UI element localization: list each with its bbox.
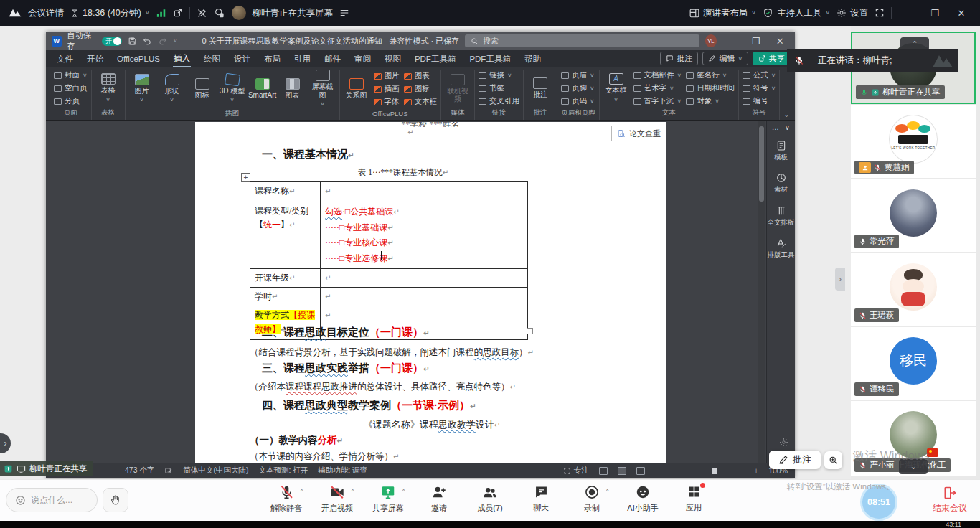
screenshot-button[interactable]: 屏幕截图∨ [310,70,336,108]
assets-button[interactable]: 素材 [774,172,788,193]
pictures-button[interactable]: 图片∨ [129,74,155,104]
scrollbar-thumb[interactable] [759,126,764,202]
page-number-button[interactable]: 页码∨ [561,96,595,106]
relation-diagram-button[interactable]: 关系图 [344,78,369,100]
participant-tile[interactable]: LET'S WORK TOGETHER 黄慧娟 [851,105,976,178]
popout-icon[interactable] [173,8,183,18]
host-tools-button[interactable]: 主持人工具 ∨ [763,7,830,19]
record-button[interactable]: 录制 ⌃ [572,484,612,514]
symbol-button[interactable]: 符号∨ [743,83,776,93]
participant-tile[interactable]: 王珺萩 [851,253,976,326]
tab-layout[interactable]: 布局 [263,52,281,67]
chevron-up-icon[interactable]: ⌃ [350,489,355,495]
link-button[interactable]: 链接∨ [479,70,519,80]
bookmark-button[interactable]: 书签 [479,83,519,93]
sidebar-expand-tab[interactable]: › [835,268,845,291]
chevron-up-icon[interactable]: ⌃ [401,489,406,495]
tab-pdf-tools-1[interactable]: PDF工具箱 [414,52,457,67]
layout-selector[interactable]: 演讲者布局 ∨ [689,7,756,19]
end-meeting-button[interactable]: 结束会议 [933,486,967,514]
user-avatar[interactable]: YL [705,34,717,47]
proofing-icon[interactable] [164,467,173,475]
invite-button[interactable]: 邀请 [419,484,459,514]
word-count[interactable]: 473 个字 [125,466,154,476]
chevron-up-icon[interactable]: ⌃ [299,489,304,495]
tab-file[interactable]: 文件 [56,52,74,67]
numbering-button[interactable]: 编号 [743,96,776,106]
word-restore-button[interactable]: ❐ [747,36,765,47]
blank-page-button[interactable]: 空白页 [54,83,88,93]
participant-tile[interactable]: 移民 谭移民 [851,327,976,400]
signature-line-button[interactable]: 签名行∨ [686,70,735,80]
autosave-toggle[interactable]: 开 [102,37,122,46]
new-comment-button[interactable]: 批注 [527,77,553,99]
tab-officeplus[interactable]: OfficePLUS [116,52,161,65]
quick-access-chevron-icon[interactable]: ∨ [173,38,178,44]
meeting-timer-button[interactable]: 18:36 (40分钟) ∨ [70,7,150,19]
full-typeset-button[interactable]: 全文排版 [768,205,795,226]
tab-home[interactable]: 开始 [86,52,104,67]
shapes-button[interactable]: 形状∨ [159,74,185,104]
web-layout-button[interactable] [636,467,645,475]
participant-tile[interactable]: 常光萍 [851,179,976,252]
chevron-down-icon[interactable]: ∨ [785,123,790,131]
text-box-button[interactable]: 文本框∨ [603,73,629,103]
zoom-out-icon[interactable]: − [655,466,659,475]
close-button[interactable]: ✕ [951,8,971,19]
restore-button[interactable]: ❐ [925,8,945,19]
raise-hand-button[interactable] [103,488,128,512]
more-icon[interactable]: … [772,123,779,131]
tab-review[interactable]: 审阅 [354,52,372,67]
share-detail-icon[interactable] [339,9,349,17]
text-prediction-status[interactable]: 文本预测: 打开 [258,466,308,476]
tab-draw[interactable]: 绘图 [203,52,221,67]
ai-assistant-button[interactable]: AI小助手 [623,484,663,514]
smartart-button[interactable]: SmartArt [250,78,275,100]
share-screen-button[interactable]: 共享屏幕 ⌃ [368,484,408,514]
cross-reference-button[interactable]: 交叉引用 [479,96,519,106]
quick-chat-input[interactable]: 说点什么... [6,488,98,512]
templates-button[interactable]: 模板 [774,140,788,161]
vertical-scrollbar[interactable] [758,121,765,463]
read-mode-button[interactable] [599,467,608,475]
language-status[interactable]: 简体中文(中国大陆) [183,466,248,476]
meeting-details-button[interactable]: 会议详情 [28,7,64,19]
editing-button[interactable]: 编辑 ∨ [702,52,748,65]
tab-mailings[interactable]: 邮件 [324,52,341,67]
tab-view[interactable]: 视图 [384,52,402,67]
focus-mode-button[interactable]: 专注 [563,466,589,476]
op-picture-button[interactable]: 图片 [374,71,400,81]
tab-insert[interactable]: 插入 [173,51,191,67]
print-layout-button[interactable] [618,467,626,475]
annotation-settings-gear-icon[interactable] [779,438,788,447]
chart-button[interactable]: 图表 [280,78,306,100]
object-button[interactable]: 对象∨ [686,96,735,106]
collapse-ribbon-icon[interactable]: ⌄ [783,111,792,120]
network-signal-icon[interactable] [156,9,166,18]
chevron-up-icon[interactable]: ⌃ [605,489,610,495]
settings-button[interactable]: 设置 [837,7,868,19]
header-button[interactable]: 页眉∨ [561,70,595,80]
members-button[interactable]: 成员(7) [470,484,510,514]
quick-parts-button[interactable]: 文档部件∨ [633,70,682,80]
document-page[interactable]: **学校 ***姓名 一、课程基本情况 表 1···***课程基本情况 + 课程… [195,122,666,463]
op-font-button[interactable]: 字体 [374,97,400,107]
start-video-button[interactable]: 开启视频 ⌃ [317,484,357,514]
typeset-tools-button[interactable]: 排版工具 [768,237,795,258]
participant-tile[interactable]: 严小丽 上海现代化工 ⌄ [851,401,976,476]
word-minimize-button[interactable]: — [722,36,741,47]
op-textbox-button[interactable]: 文本框 [404,97,438,107]
undo-icon[interactable] [143,37,152,46]
tab-help[interactable]: 帮助 [524,52,542,67]
annotation-disabled-icon[interactable] [197,8,207,19]
accessibility-status[interactable]: 辅助功能: 调查 [318,466,367,476]
table-button[interactable]: 表格∨ [95,73,121,103]
cover-page-button[interactable]: 封面∨ [54,70,88,80]
annotate-button[interactable]: 批注 [769,451,821,469]
zoom-in-icon[interactable]: + [754,466,758,475]
audio-mode-icon[interactable] [214,8,225,19]
zoom-slider-knob[interactable] [712,468,717,474]
date-time-button[interactable]: 日期和时间 [686,83,735,93]
minimize-button[interactable]: — [898,8,918,19]
page-break-button[interactable]: 分页 [54,96,88,106]
